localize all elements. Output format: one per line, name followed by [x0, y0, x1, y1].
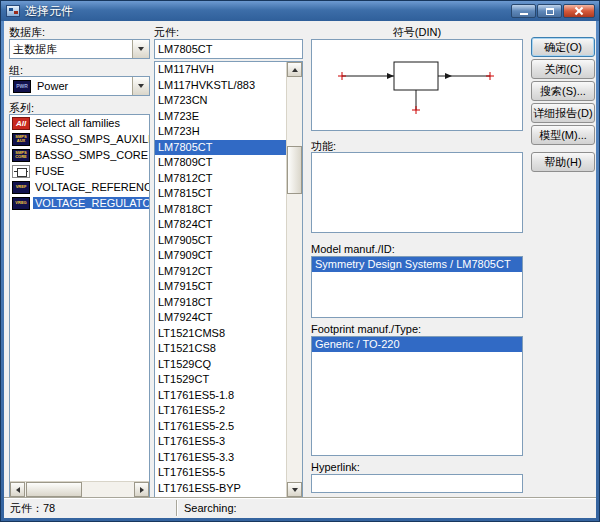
component-list-item[interactable]: LT1761ES5-2.5 — [155, 419, 286, 435]
component-list-item[interactable]: LT1761ES5-BYP — [155, 481, 286, 497]
component-item-label: LT1761ES5-3.3 — [158, 451, 234, 463]
component-list-item[interactable]: LM117HVKSTL/883 — [155, 78, 286, 94]
component-count: 元件：78 — [4, 501, 176, 516]
component-item-label: LM723E — [158, 110, 199, 122]
smps-auxiliary-icon: SMPS AUX — [12, 133, 30, 146]
minimize-button[interactable] — [511, 4, 536, 18]
component-item-label: LM7909CT — [158, 249, 212, 261]
hyperlink-label: Hyperlink: — [311, 461, 360, 473]
component-list-item[interactable]: LM7815CT — [155, 186, 286, 202]
group-combobox[interactable]: PWR Power — [9, 76, 150, 96]
family-listbox: All Select all families SMPS AUX BASSO_S… — [9, 114, 150, 498]
component-list-item[interactable]: LT1529CT — [155, 372, 286, 388]
component-list-item[interactable]: LT1761ES5-3 — [155, 434, 286, 450]
family-list-item[interactable]: FUSE — [10, 163, 149, 179]
component-item-label: LM7918CT — [158, 296, 212, 308]
component-item-label: LT1761ES5-BYP — [158, 482, 241, 494]
component-item-label: LM7915CT — [158, 280, 212, 292]
component-list-item[interactable]: LM117HVH — [155, 62, 286, 78]
component-vscrollbar[interactable] — [286, 62, 302, 497]
din-regulator-symbol — [312, 40, 522, 130]
chevron-down-icon — [138, 84, 144, 88]
close-button[interactable] — [563, 4, 595, 18]
component-list-item[interactable]: LT1521CMS8 — [155, 326, 286, 342]
component-list-item[interactable]: LM7924CT — [155, 310, 286, 326]
component-list-item[interactable]: LT1761ES5-1.8 — [155, 388, 286, 404]
help-button[interactable]: 帮助(H) — [531, 152, 595, 172]
family-item-label: FUSE — [33, 165, 66, 177]
component-list-item[interactable]: LM7818CT — [155, 202, 286, 218]
model-list-item[interactable]: Symmetry Design Systems / LM7805CT — [312, 257, 522, 272]
arrow-down-icon — [292, 488, 298, 492]
detail-report-button[interactable]: 详细报告(D) — [531, 103, 595, 123]
component-item-label: LT1761ES5-2.5 — [158, 420, 234, 432]
ok-button[interactable]: 确定(O) — [531, 37, 595, 57]
component-dialog-icon — [6, 5, 20, 17]
group-dropdown-button[interactable] — [132, 77, 149, 95]
family-list-item[interactable]: All Select all families — [10, 115, 149, 131]
component-item-label: LM7912CT — [158, 265, 212, 277]
component-list-item[interactable]: LT1761ES5-3.3 — [155, 450, 286, 466]
close-dialog-button[interactable]: 关闭(C) — [531, 59, 595, 79]
component-list-item[interactable]: LM7912CT — [155, 264, 286, 280]
hyperlink-input[interactable] — [311, 474, 523, 493]
family-item-label: Select all families — [33, 117, 122, 129]
database-combobox[interactable]: 主数据库 — [9, 39, 150, 59]
arrow-up-icon — [292, 68, 298, 72]
component-list-item[interactable]: LM7809CT — [155, 155, 286, 171]
component-item-label: LM7824CT — [158, 218, 212, 230]
component-list-item[interactable]: LM7824CT — [155, 217, 286, 233]
family-item-label: VOLTAGE_REFERENCE — [33, 181, 150, 193]
component-list-item[interactable]: LT1529CQ — [155, 357, 286, 373]
scroll-down-button[interactable] — [287, 482, 302, 497]
family-item-label: BASSO_SMPS_CORE — [33, 149, 150, 161]
component-filter-input[interactable] — [154, 39, 303, 59]
component-item-label: LT1761ES5-3 — [158, 435, 225, 447]
component-listbox: LM117HVH LM117HVKSTL/883 LM723CN LM723E — [154, 61, 303, 498]
group-value: Power — [37, 80, 68, 92]
component-list-item[interactable]: LM7915CT — [155, 279, 286, 295]
component-list-item[interactable]: LM7909CT — [155, 248, 286, 264]
component-list-item[interactable]: LM723H — [155, 124, 286, 140]
caption-buttons — [511, 4, 595, 18]
status-bar: 元件：78 Searching: — [4, 497, 596, 518]
voltage-regulator-icon: VREG — [12, 197, 30, 210]
scroll-left-button[interactable] — [10, 482, 25, 497]
component-item-label: LM7812CT — [158, 172, 212, 184]
family-list-item[interactable]: SMPS CORE BASSO_SMPS_CORE — [10, 147, 149, 163]
dialog-body: 数据库: 主数据库 组: PWR Power 系列: All Select al… — [4, 21, 596, 518]
family-list-item[interactable]: VREF VOLTAGE_REFERENCE — [10, 179, 149, 195]
vscroll-thumb[interactable] — [287, 146, 302, 194]
model-button[interactable]: 模型(M)... — [531, 125, 595, 145]
database-dropdown-button[interactable] — [132, 40, 149, 58]
family-list-item[interactable]: VREG VOLTAGE_REGULATOR — [10, 195, 149, 211]
symbol-label: 符号(DIN) — [311, 25, 523, 40]
maximize-icon — [546, 8, 554, 15]
component-list-item[interactable]: LM723CN — [155, 93, 286, 109]
component-list-item[interactable]: LM7812CT — [155, 171, 286, 187]
maximize-button[interactable] — [537, 4, 562, 18]
select-component-dialog: 选择元件 数据库: 主数据库 组: PWR Power 系列: — [0, 0, 600, 522]
family-list: All Select all families SMPS AUX BASSO_S… — [10, 115, 149, 211]
component-list-item[interactable]: LM7905CT — [155, 233, 286, 249]
searching-status: Searching: — [178, 502, 243, 514]
component-list-item[interactable]: LT1761ES5-2 — [155, 403, 286, 419]
family-list-item[interactable]: SMPS AUX BASSO_SMPS_AUXILIARY — [10, 131, 149, 147]
arrow-right-icon — [140, 487, 144, 493]
component-list-item[interactable]: LM723E — [155, 109, 286, 125]
arrow-left-icon — [16, 487, 20, 493]
component-list-item[interactable]: LM7918CT — [155, 295, 286, 311]
component-list-item[interactable]: LM7805CT — [155, 140, 286, 156]
component-list-item[interactable]: LT1521CS8 — [155, 341, 286, 357]
family-hscrollbar[interactable] — [10, 481, 149, 497]
smps-core-icon: SMPS CORE — [12, 149, 30, 162]
component-item-label: LM7818CT — [158, 203, 212, 215]
title-bar[interactable]: 选择元件 — [1, 1, 599, 21]
scroll-up-button[interactable] — [287, 62, 302, 77]
scroll-right-button[interactable] — [134, 482, 149, 497]
footprint-list-item[interactable]: Generic / TO-220 — [312, 337, 522, 352]
component-list-item[interactable]: LT1761ES5-5 — [155, 465, 286, 481]
search-button[interactable]: 搜索(S)... — [531, 81, 595, 101]
hscroll-thumb[interactable] — [26, 482, 82, 497]
chevron-down-icon — [138, 47, 144, 51]
